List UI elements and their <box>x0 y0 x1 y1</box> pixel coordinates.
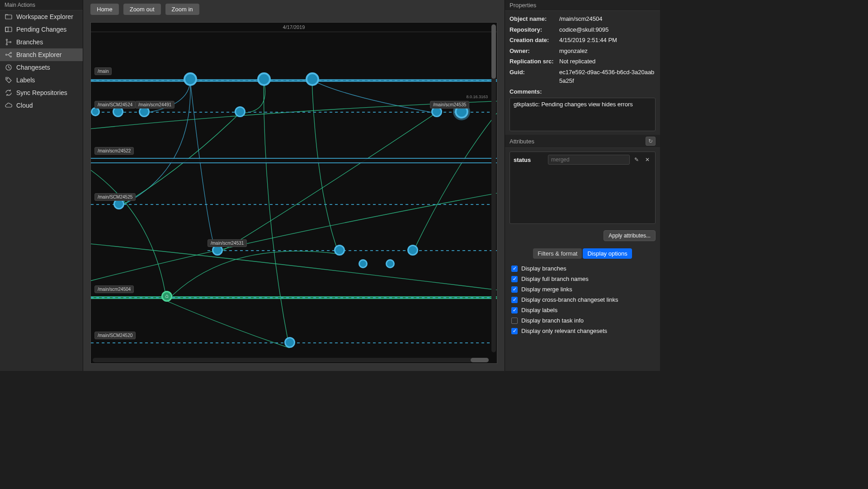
sidebar-item-changesets[interactable]: Changesets <box>0 61 83 74</box>
changeset-node[interactable] <box>257 72 271 86</box>
prop-guid-value: ec17e592-d9ac-4536-b6cd-3a20aab5a25f <box>559 68 656 85</box>
sidebar-item-label: Pending Changes <box>16 26 66 33</box>
attribute-row-status: status ✎ ✕ <box>514 155 651 165</box>
checkbox-icon[interactable]: ✓ <box>511 266 518 272</box>
display-option[interactable]: ✓Display full branch names <box>511 274 654 284</box>
changeset-node[interactable] <box>284 337 295 348</box>
branch-lane <box>91 158 497 163</box>
svg-point-8 <box>10 56 12 57</box>
prop-creation-label: Creation date: <box>509 36 559 45</box>
canvas-date-header: 4/17/2019 <box>91 23 497 32</box>
checkbox-icon[interactable]: ✓ <box>511 307 518 313</box>
prop-repository-value: codice@skull:9095 <box>559 25 656 34</box>
options-tabs: Filters & format Display options <box>505 244 660 263</box>
changeset-node[interactable] <box>235 106 245 117</box>
sidebar-item-label: Branch Explorer <box>16 51 61 58</box>
changesets-icon <box>5 63 13 71</box>
pending-icon <box>5 25 13 33</box>
zoom-out-button[interactable]: Zoom out <box>123 4 161 15</box>
branch-label[interactable]: /main/SCM24524 <box>94 101 136 109</box>
prop-replication-label: Replication src: <box>509 57 559 66</box>
sidebar-item-branch-explorer[interactable]: Branch Explorer <box>0 48 83 61</box>
checkbox-icon[interactable]: ✓ <box>511 286 518 293</box>
sidebar-item-pending[interactable]: Pending Changes <box>0 23 83 36</box>
changeset-node[interactable] <box>359 259 368 268</box>
home-changeset-node[interactable] <box>161 291 172 302</box>
attributes-body: status ✎ ✕ <box>505 148 660 228</box>
display-option-label: Display branch task info <box>521 317 584 324</box>
zoom-in-button[interactable]: Zoom in <box>165 4 199 15</box>
svg-rect-2 <box>5 27 8 32</box>
branch-explorer-icon <box>5 51 13 59</box>
svg-point-6 <box>6 54 7 56</box>
version-label: 8.0.16.3163 <box>466 95 488 99</box>
display-option-label: Display branches <box>521 265 566 272</box>
labels-icon <box>5 76 13 84</box>
display-option[interactable]: Display branch task info <box>511 315 654 326</box>
changeset-node[interactable] <box>306 72 319 86</box>
sidebar-item-folder[interactable]: Workspace Explorer <box>0 10 83 23</box>
sidebar-item-branches[interactable]: Branches <box>0 36 83 48</box>
branch-label[interactable]: /main/scm24491 <box>135 101 175 109</box>
svg-rect-1 <box>5 27 12 32</box>
display-option-label: Display full branch names <box>521 275 589 282</box>
sidebar-header: Main Actions <box>0 0 83 10</box>
svg-point-4 <box>6 44 8 45</box>
checkbox-icon[interactable]: ✓ <box>511 276 518 282</box>
svg-point-7 <box>10 52 12 54</box>
changeset-node[interactable] <box>386 259 395 268</box>
vertical-scrollbar[interactable] <box>491 24 496 352</box>
prop-owner-value: mgonzalez <box>559 47 656 56</box>
sidebar-item-label: Labels <box>16 76 35 84</box>
edit-icon[interactable]: ✎ <box>632 156 641 164</box>
attribute-value-input[interactable] <box>548 155 630 165</box>
checkbox-icon[interactable] <box>511 318 518 324</box>
display-option[interactable]: ✓Display labels <box>511 305 654 315</box>
prop-creation-value: 4/15/2019 2:51:44 PM <box>559 36 656 45</box>
display-option[interactable]: ✓Display cross-branch changeset links <box>511 294 654 305</box>
branch-label[interactable]: /main <box>94 67 112 75</box>
display-option[interactable]: ✓Display branches <box>511 263 654 274</box>
sidebar-item-sync[interactable]: Sync Repositories <box>0 86 83 99</box>
sidebar-item-labels[interactable]: Labels <box>0 74 83 86</box>
sidebar: Main Actions Workspace ExplorerPending C… <box>0 0 83 371</box>
display-options-list: ✓Display branches✓Display full branch na… <box>505 263 660 336</box>
sync-icon <box>5 89 13 97</box>
prop-guid-label: Guid: <box>509 68 559 85</box>
apply-attributes-button[interactable]: Apply attributes... <box>604 230 656 241</box>
display-option[interactable]: ✓Display only relevant changesets <box>511 326 654 336</box>
branch-explorer-canvas[interactable]: 4/17/2019 /main/main/SCM24524/main/scm24… <box>90 22 497 364</box>
tab-display-options[interactable]: Display options <box>583 248 632 259</box>
changeset-node[interactable] <box>334 245 345 256</box>
main-area: Home Zoom out Zoom in 4/17/2019 /main/ma… <box>83 0 505 371</box>
close-icon[interactable]: ✕ <box>643 156 651 164</box>
changeset-node[interactable] <box>91 107 100 116</box>
branch-label[interactable]: /main/scm24522 <box>94 147 134 155</box>
checkbox-icon[interactable]: ✓ <box>511 328 518 334</box>
sidebar-item-cloud[interactable]: Cloud <box>0 99 83 112</box>
folder-icon <box>5 13 13 21</box>
display-option[interactable]: ✓Display merge links <box>511 284 654 294</box>
prop-repository-label: Repository: <box>509 25 559 34</box>
branch-label[interactable]: /main/SCM24525 <box>94 193 136 201</box>
branch-label[interactable]: /main/scm24504 <box>94 285 134 293</box>
changeset-node[interactable] <box>407 245 418 256</box>
branch-label[interactable]: /main/scm24531 <box>208 239 247 247</box>
prop-replication-value: Not replicated <box>559 57 656 66</box>
branch-label[interactable]: /main/SCM24520 <box>94 332 136 339</box>
home-button[interactable]: Home <box>90 4 119 15</box>
checkbox-icon[interactable]: ✓ <box>511 297 518 303</box>
sidebar-item-label: Changesets <box>16 64 50 71</box>
changeset-node[interactable] <box>184 72 197 86</box>
horizontal-scrollbar[interactable] <box>93 358 489 362</box>
attributes-header: Attributes ↻ <box>505 135 660 148</box>
sidebar-item-label: Sync Repositories <box>16 89 67 96</box>
branch-label[interactable]: /main/scm24535 <box>430 101 469 109</box>
toolbar: Home Zoom out Zoom in <box>83 0 505 19</box>
branch-lane <box>208 250 497 251</box>
comments-box[interactable]: gtkplastic: Pending changes view hides e… <box>509 98 656 131</box>
prop-objectname-label: Object name: <box>509 14 559 24</box>
svg-point-3 <box>6 39 8 41</box>
tab-filters-format[interactable]: Filters & format <box>533 248 582 259</box>
refresh-icon[interactable]: ↻ <box>646 137 656 146</box>
